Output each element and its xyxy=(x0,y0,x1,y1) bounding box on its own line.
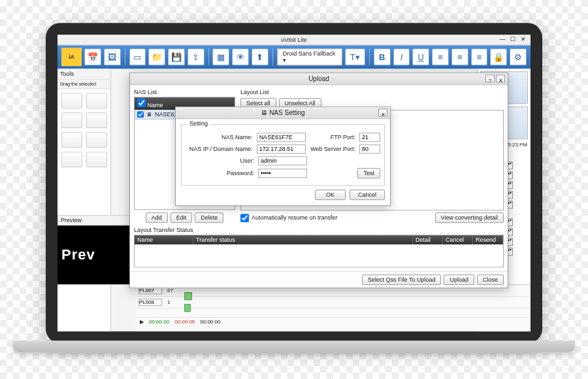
tool-button[interactable] xyxy=(61,152,82,167)
lock-icon[interactable]: 🔒 xyxy=(490,48,507,65)
select-file-button[interactable]: Select Qss File To Upload xyxy=(362,274,441,285)
grid-icon[interactable]: ▦ xyxy=(212,48,229,65)
image-icon[interactable]: 🖼 xyxy=(104,48,121,65)
setting-fieldset: Setting NAS Name: FTP Port: NAS IP / Dom… xyxy=(181,124,385,186)
password-input[interactable] xyxy=(258,169,307,178)
new-icon[interactable]: ▭ xyxy=(129,48,146,65)
timeline-panel: 67 1 ▶ 00:00:00 00:00:00 00:00:00 xyxy=(136,284,531,331)
app-titlebar: iArtist Lite — ☐ ✕ xyxy=(57,35,531,45)
nas-ip-input[interactable] xyxy=(257,144,306,154)
view-detail-button[interactable]: View converting detail xyxy=(435,212,504,223)
tool-button[interactable] xyxy=(61,93,82,108)
timeline-track[interactable]: 1 xyxy=(136,297,531,308)
save-icon[interactable]: 💾 xyxy=(168,48,185,65)
preview-panel: Preview Prev xyxy=(57,215,136,284)
italic-icon[interactable]: I xyxy=(393,48,410,65)
main-toolbar: iA 📅 🖼 ▭ 📁 💾 ⇪ ▦ 👁 ⬆ Droid Sans Fallback… xyxy=(57,45,531,69)
tool-button[interactable] xyxy=(86,93,107,108)
tool-button[interactable] xyxy=(86,152,107,167)
laptop-base xyxy=(13,340,575,352)
nas-name-input[interactable] xyxy=(257,133,306,142)
tools-panel: Tools Drag the selected xyxy=(57,69,111,331)
tools-title: Tools xyxy=(57,69,110,80)
preview-title: Preview xyxy=(57,215,136,225)
minimize-button[interactable]: — xyxy=(498,36,507,44)
font-size-select[interactable]: T▾ xyxy=(345,48,365,65)
tools-hint: Drag the selected xyxy=(57,80,110,89)
nas-icon: 🖥 xyxy=(261,109,269,116)
tool-button[interactable] xyxy=(61,112,82,128)
align-left-icon[interactable]: ≡ xyxy=(432,48,449,65)
track-label[interactable] xyxy=(139,299,162,306)
upload-icon[interactable]: ⬆ xyxy=(252,48,269,65)
auto-resume-checkbox[interactable] xyxy=(240,214,249,222)
preview-icon[interactable]: 👁 xyxy=(232,48,249,65)
upload-button[interactable]: Upload xyxy=(444,274,474,285)
open-icon[interactable]: 📁 xyxy=(148,48,165,65)
test-button[interactable]: Test xyxy=(357,168,380,178)
dialog-close-icon[interactable]: ✕ xyxy=(378,108,387,116)
cancel-button[interactable]: Cancel xyxy=(350,190,385,200)
time-display: ▶ 00:00:00 00:00:00 00:00:00 xyxy=(136,318,531,326)
nas-icon: 🖥 xyxy=(146,111,152,118)
font-family-select[interactable]: Droid Sans Fallback ▾ xyxy=(277,48,342,65)
underline-icon[interactable]: U xyxy=(412,48,429,65)
settings-icon[interactable]: ⚙ xyxy=(510,48,527,65)
maximize-button[interactable]: ☐ xyxy=(508,36,517,44)
ftp-port-input[interactable] xyxy=(359,133,380,142)
delete-button[interactable]: Delete xyxy=(195,212,223,223)
close-dialog-button[interactable]: Close xyxy=(477,274,504,285)
tool-button[interactable] xyxy=(61,132,82,148)
calendar-icon[interactable]: 📅 xyxy=(84,48,101,65)
help-icon[interactable]: ? xyxy=(485,74,495,82)
transfer-status-section: Layout Transfer Status Name Transfer sta… xyxy=(130,227,508,271)
export-icon[interactable]: ⇪ xyxy=(188,48,204,65)
align-center-icon[interactable]: ≡ xyxy=(451,48,468,65)
dialog-titlebar: Upload ? ✕ xyxy=(130,73,508,85)
screen: iArtist Lite — ☐ ✕ iA 📅 🖼 ▭ 📁 💾 ⇪ ▦ 👁 ⬆ … xyxy=(57,35,531,331)
align-right-icon[interactable]: ≡ xyxy=(471,48,488,65)
transfer-table-header: Name Transfer status Detail Cancel Resen… xyxy=(135,235,503,244)
dialog-titlebar: 🖥 NAS Setting ✕ xyxy=(176,107,390,119)
transfer-table-body xyxy=(135,244,503,267)
preview-body: Prev xyxy=(57,225,136,284)
ok-button[interactable]: OK xyxy=(315,190,346,200)
bold-icon[interactable]: B xyxy=(374,48,391,65)
nas-setting-dialog: 🖥 NAS Setting ✕ Setting NAS Name: FTP Po… xyxy=(175,107,391,206)
laptop-frame: iArtist Lite — ☐ ✕ iA 📅 🖼 ▭ 📁 💾 ⇪ ▦ 👁 ⬆ … xyxy=(46,23,542,343)
web-port-input[interactable] xyxy=(359,144,380,154)
play-icon[interactable]: ▶ xyxy=(140,319,144,325)
tool-button[interactable] xyxy=(86,132,107,148)
nas-item-checkbox[interactable] xyxy=(137,111,144,118)
app-title: iArtist Lite xyxy=(281,37,307,43)
add-button[interactable]: Add xyxy=(146,212,168,223)
edit-button[interactable]: Edit xyxy=(171,212,193,223)
close-button[interactable]: ✕ xyxy=(519,36,528,44)
dialog-close-icon[interactable]: ✕ xyxy=(496,74,505,82)
app-logo: iA xyxy=(61,48,82,66)
select-all-checkbox[interactable] xyxy=(137,99,146,107)
tool-button[interactable] xyxy=(86,112,107,128)
user-input[interactable] xyxy=(258,156,307,165)
